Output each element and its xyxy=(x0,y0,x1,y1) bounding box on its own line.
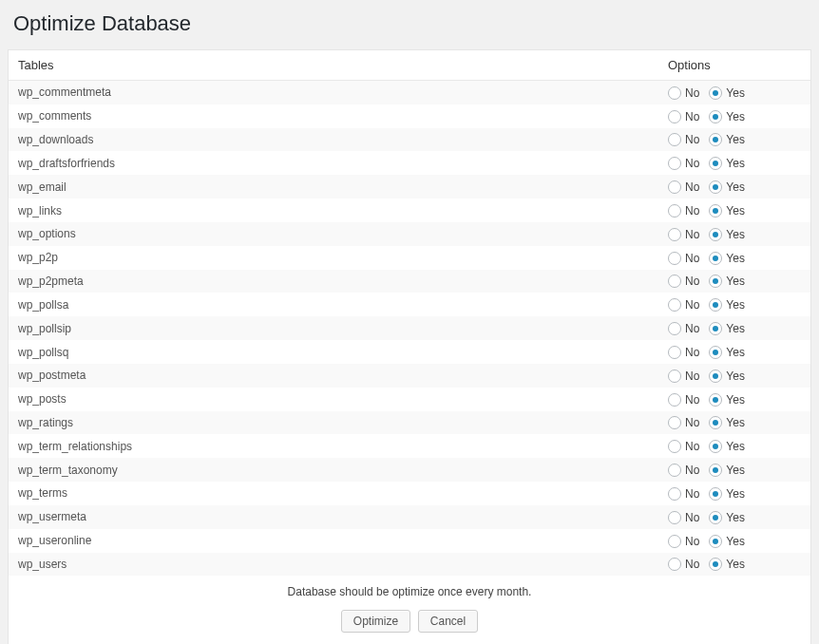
radio-yes[interactable] xyxy=(709,86,722,100)
radio-no[interactable] xyxy=(668,204,681,218)
table-name-cell: wp_pollsq xyxy=(9,340,658,364)
radio-no[interactable] xyxy=(668,228,681,241)
radio-no-label: No xyxy=(685,228,699,241)
table-row: wp_pollsqNoYes xyxy=(9,340,810,364)
table-name-cell: wp_postmeta xyxy=(9,364,658,388)
radio-no[interactable] xyxy=(668,275,681,288)
radio-no[interactable] xyxy=(668,133,681,146)
column-header-options: Options xyxy=(658,50,810,81)
radio-yes-label: Yes xyxy=(726,511,745,524)
radio-yes[interactable] xyxy=(709,535,722,548)
radio-yes-label: Yes xyxy=(726,393,745,407)
radio-yes-label: Yes xyxy=(726,558,745,571)
radio-yes[interactable] xyxy=(709,511,722,524)
radio-no-label: No xyxy=(685,346,699,359)
table-name-cell: wp_useronline xyxy=(9,529,658,553)
options-cell: NoYes xyxy=(658,388,810,411)
radio-no[interactable] xyxy=(668,393,681,407)
radio-yes[interactable] xyxy=(709,228,722,241)
radio-no[interactable] xyxy=(668,487,681,501)
cancel-button[interactable]: Cancel xyxy=(418,610,478,633)
radio-no-label: No xyxy=(685,535,699,548)
options-cell: NoYes xyxy=(658,270,810,294)
table-name-cell: wp_term_taxonomy xyxy=(9,458,658,482)
radio-no[interactable] xyxy=(668,416,681,429)
table-name-cell: wp_posts xyxy=(9,388,658,411)
options-cell: NoYes xyxy=(658,128,810,152)
options-cell: NoYes xyxy=(658,246,810,270)
radio-yes-label: Yes xyxy=(726,252,745,265)
radio-no-label: No xyxy=(685,133,699,146)
radio-no-label: No xyxy=(685,204,699,218)
table-name-cell: wp_comments xyxy=(9,104,658,128)
radio-yes-label: Yes xyxy=(726,298,745,312)
radio-yes[interactable] xyxy=(709,346,722,359)
options-cell: NoYes xyxy=(658,222,810,246)
radio-yes[interactable] xyxy=(709,252,722,265)
radio-yes[interactable] xyxy=(709,558,722,571)
radio-yes[interactable] xyxy=(709,110,722,123)
radio-yes-label: Yes xyxy=(726,204,745,218)
radio-no[interactable] xyxy=(668,346,681,359)
radio-yes-label: Yes xyxy=(726,157,745,170)
table-name-cell: wp_p2pmeta xyxy=(9,270,658,294)
radio-yes-label: Yes xyxy=(726,86,745,100)
table-row: wp_postsNoYes xyxy=(9,388,810,411)
radio-no[interactable] xyxy=(668,440,681,453)
radio-yes[interactable] xyxy=(709,204,722,218)
button-row: Optimize Cancel xyxy=(9,604,810,644)
tables-table: Tables Options wp_commentmetaNoYeswp_com… xyxy=(9,50,810,576)
table-name-cell: wp_p2p xyxy=(9,246,658,270)
radio-yes[interactable] xyxy=(709,369,722,383)
radio-yes[interactable] xyxy=(709,157,722,170)
radio-no-label: No xyxy=(685,393,699,407)
radio-yes[interactable] xyxy=(709,180,722,194)
radio-yes[interactable] xyxy=(709,275,722,288)
radio-yes-label: Yes xyxy=(726,535,745,548)
radio-yes[interactable] xyxy=(709,440,722,453)
options-cell: NoYes xyxy=(658,482,810,505)
table-row: wp_p2pNoYes xyxy=(9,246,810,270)
table-row: wp_ratingsNoYes xyxy=(9,411,810,435)
options-cell: NoYes xyxy=(658,293,810,316)
radio-no[interactable] xyxy=(668,464,681,477)
radio-yes[interactable] xyxy=(709,416,722,429)
radio-yes[interactable] xyxy=(709,322,722,335)
table-row: wp_linksNoYes xyxy=(9,199,810,222)
options-cell: NoYes xyxy=(658,340,810,364)
table-row: wp_p2pmetaNoYes xyxy=(9,270,810,294)
radio-no-label: No xyxy=(685,369,699,383)
table-row: wp_downloadsNoYes xyxy=(9,128,810,152)
optimize-button[interactable]: Optimize xyxy=(341,610,410,633)
radio-no-label: No xyxy=(685,487,699,501)
radio-yes[interactable] xyxy=(709,393,722,407)
options-cell: NoYes xyxy=(658,316,810,340)
page-title: Optimize Database xyxy=(13,11,811,36)
table-name-cell: wp_draftsforfriends xyxy=(9,151,658,175)
radio-yes[interactable] xyxy=(709,133,722,146)
radio-no[interactable] xyxy=(668,511,681,524)
radio-no[interactable] xyxy=(668,180,681,194)
radio-no[interactable] xyxy=(668,298,681,312)
table-row: wp_postmetaNoYes xyxy=(9,364,810,388)
radio-no[interactable] xyxy=(668,535,681,548)
radio-yes-label: Yes xyxy=(726,110,745,123)
radio-yes[interactable] xyxy=(709,487,722,501)
radio-yes[interactable] xyxy=(709,464,722,477)
radio-no-label: No xyxy=(685,298,699,312)
table-row: wp_commentmetaNoYes xyxy=(9,81,810,104)
table-row: wp_termsNoYes xyxy=(9,482,810,505)
radio-no[interactable] xyxy=(668,110,681,123)
radio-no[interactable] xyxy=(668,252,681,265)
radio-yes[interactable] xyxy=(709,298,722,312)
radio-no[interactable] xyxy=(668,369,681,383)
table-row: wp_emailNoYes xyxy=(9,175,810,199)
radio-no[interactable] xyxy=(668,322,681,335)
radio-no[interactable] xyxy=(668,558,681,571)
options-cell: NoYes xyxy=(658,529,810,553)
radio-no[interactable] xyxy=(668,157,681,170)
table-name-cell: wp_commentmeta xyxy=(9,81,658,104)
radio-yes-label: Yes xyxy=(726,464,745,477)
radio-no[interactable] xyxy=(668,86,681,100)
options-cell: NoYes xyxy=(658,458,810,482)
